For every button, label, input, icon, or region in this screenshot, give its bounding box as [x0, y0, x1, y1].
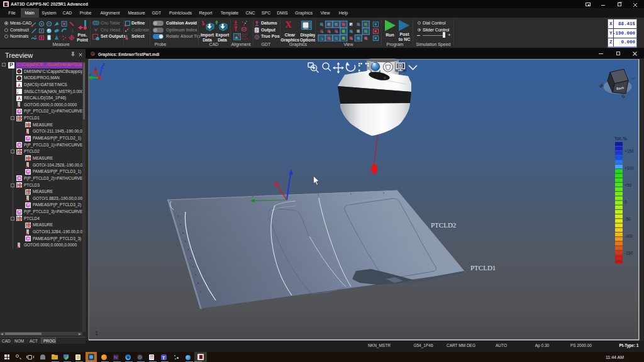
- svg-text:+50: +50: [625, 183, 631, 187]
- svg-text:PTCLD1: PTCLD1: [470, 264, 496, 272]
- svg-text:Tol. %: Tol. %: [614, 136, 628, 141]
- svg-text:+150: +150: [625, 149, 634, 153]
- svg-text:-150: -150: [625, 251, 633, 255]
- svg-text:0: 0: [625, 200, 627, 204]
- svg-text:-50: -50: [625, 217, 631, 221]
- svg-text:PTCLD2: PTCLD2: [431, 221, 456, 229]
- svg-text:+100: +100: [625, 166, 634, 170]
- svg-text:Z: Z: [103, 63, 105, 67]
- svg-text:-100: -100: [625, 234, 633, 238]
- svg-text:X: X: [94, 67, 97, 71]
- svg-text:Y: Y: [89, 73, 91, 77]
- svg-text:1: 1: [95, 330, 98, 336]
